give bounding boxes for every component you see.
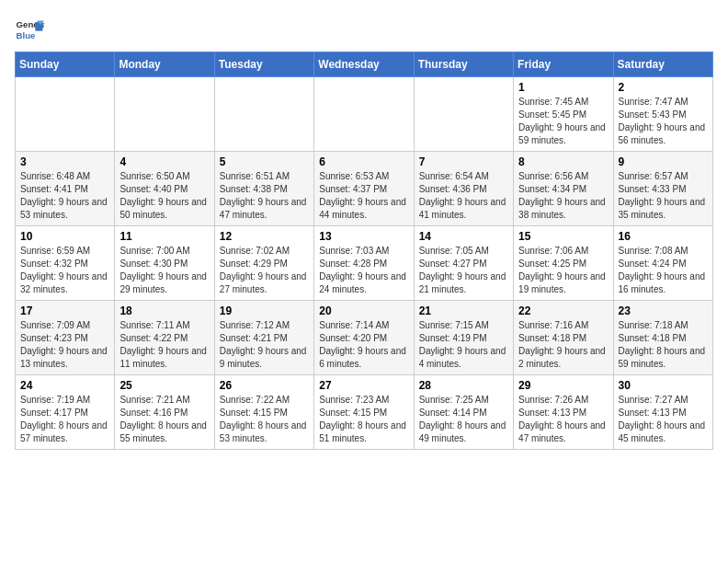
calendar-cell: 18Sunrise: 7:11 AMSunset: 4:22 PMDayligh… bbox=[115, 301, 214, 375]
day-info: Sunrise: 7:23 AMSunset: 4:15 PMDaylight:… bbox=[319, 394, 408, 445]
day-number: 2 bbox=[619, 81, 708, 94]
day-info: Sunrise: 7:22 AMSunset: 4:15 PMDaylight:… bbox=[220, 394, 309, 445]
day-number: 17 bbox=[20, 304, 109, 317]
day-info: Sunrise: 6:59 AMSunset: 4:32 PMDaylight:… bbox=[20, 245, 109, 296]
calendar-cell: 21Sunrise: 7:15 AMSunset: 4:19 PMDayligh… bbox=[414, 301, 513, 375]
calendar-cell: 24Sunrise: 7:19 AMSunset: 4:17 PMDayligh… bbox=[16, 375, 115, 450]
calendar-cell bbox=[214, 77, 313, 152]
weekday-header-row: SundayMondayTuesdayWednesdayThursdayFrid… bbox=[16, 52, 713, 77]
week-row-3: 17Sunrise: 7:09 AMSunset: 4:23 PMDayligh… bbox=[16, 301, 713, 375]
day-info: Sunrise: 7:14 AMSunset: 4:20 PMDaylight:… bbox=[319, 319, 408, 371]
day-info: Sunrise: 6:57 AMSunset: 4:33 PMDaylight:… bbox=[619, 170, 708, 222]
calendar-cell: 15Sunrise: 7:06 AMSunset: 4:25 PMDayligh… bbox=[514, 226, 613, 301]
day-info: Sunrise: 7:47 AMSunset: 5:43 PMDaylight:… bbox=[619, 96, 708, 147]
calendar-cell: 27Sunrise: 7:23 AMSunset: 4:15 PMDayligh… bbox=[314, 375, 414, 450]
calendar-cell: 12Sunrise: 7:02 AMSunset: 4:29 PMDayligh… bbox=[214, 226, 313, 301]
calendar-cell: 20Sunrise: 7:14 AMSunset: 4:20 PMDayligh… bbox=[314, 301, 414, 375]
calendar-cell: 5Sunrise: 6:51 AMSunset: 4:38 PMDaylight… bbox=[214, 152, 313, 226]
day-info: Sunrise: 7:09 AMSunset: 4:23 PMDaylight:… bbox=[20, 319, 109, 371]
calendar-cell: 26Sunrise: 7:22 AMSunset: 4:15 PMDayligh… bbox=[214, 375, 313, 450]
day-info: Sunrise: 6:50 AMSunset: 4:40 PMDaylight:… bbox=[119, 170, 209, 222]
calendar-cell: 4Sunrise: 6:50 AMSunset: 4:40 PMDaylight… bbox=[115, 152, 214, 226]
calendar-cell: 10Sunrise: 6:59 AMSunset: 4:32 PMDayligh… bbox=[16, 226, 115, 301]
day-number: 20 bbox=[319, 304, 408, 317]
calendar-table: SundayMondayTuesdayWednesdayThursdayFrid… bbox=[15, 52, 713, 450]
weekday-header-sunday: Sunday bbox=[16, 52, 115, 77]
calendar-cell: 22Sunrise: 7:16 AMSunset: 4:18 PMDayligh… bbox=[514, 301, 613, 375]
week-row-1: 3Sunrise: 6:48 AMSunset: 4:41 PMDaylight… bbox=[16, 152, 713, 226]
day-number: 11 bbox=[119, 230, 209, 243]
weekday-header-friday: Friday bbox=[514, 52, 613, 77]
day-info: Sunrise: 7:26 AMSunset: 4:13 PMDaylight:… bbox=[518, 394, 608, 445]
day-info: Sunrise: 6:53 AMSunset: 4:37 PMDaylight:… bbox=[319, 170, 408, 222]
day-number: 6 bbox=[319, 155, 408, 168]
weekday-header-wednesday: Wednesday bbox=[314, 52, 414, 77]
day-number: 29 bbox=[518, 379, 608, 392]
day-number: 8 bbox=[518, 155, 608, 168]
day-info: Sunrise: 6:56 AMSunset: 4:34 PMDaylight:… bbox=[518, 170, 608, 222]
day-info: Sunrise: 7:45 AMSunset: 5:45 PMDaylight:… bbox=[518, 96, 608, 147]
day-number: 24 bbox=[20, 379, 109, 392]
day-number: 15 bbox=[518, 230, 608, 243]
weekday-header-thursday: Thursday bbox=[414, 52, 513, 77]
calendar-cell: 19Sunrise: 7:12 AMSunset: 4:21 PMDayligh… bbox=[214, 301, 313, 375]
day-info: Sunrise: 6:48 AMSunset: 4:41 PMDaylight:… bbox=[20, 170, 109, 222]
day-info: Sunrise: 7:05 AMSunset: 4:27 PMDaylight:… bbox=[419, 245, 508, 296]
day-number: 13 bbox=[319, 230, 408, 243]
day-info: Sunrise: 7:08 AMSunset: 4:24 PMDaylight:… bbox=[619, 245, 708, 296]
calendar-cell: 28Sunrise: 7:25 AMSunset: 4:14 PMDayligh… bbox=[414, 375, 513, 450]
day-info: Sunrise: 6:54 AMSunset: 4:36 PMDaylight:… bbox=[419, 170, 508, 222]
calendar-cell: 17Sunrise: 7:09 AMSunset: 4:23 PMDayligh… bbox=[16, 301, 115, 375]
week-row-2: 10Sunrise: 6:59 AMSunset: 4:32 PMDayligh… bbox=[16, 226, 713, 301]
weekday-header-tuesday: Tuesday bbox=[214, 52, 313, 77]
calendar-cell: 13Sunrise: 7:03 AMSunset: 4:28 PMDayligh… bbox=[314, 226, 414, 301]
weekday-header-monday: Monday bbox=[115, 52, 214, 77]
day-info: Sunrise: 7:25 AMSunset: 4:14 PMDaylight:… bbox=[419, 394, 508, 445]
calendar-cell bbox=[115, 77, 214, 152]
day-number: 4 bbox=[119, 155, 209, 168]
calendar-cell: 9Sunrise: 6:57 AMSunset: 4:33 PMDaylight… bbox=[613, 152, 712, 226]
day-number: 30 bbox=[619, 379, 708, 392]
day-number: 1 bbox=[518, 81, 608, 94]
day-number: 27 bbox=[319, 379, 408, 392]
day-number: 21 bbox=[419, 304, 508, 317]
day-number: 14 bbox=[419, 230, 508, 243]
day-info: Sunrise: 7:00 AMSunset: 4:30 PMDaylight:… bbox=[119, 245, 209, 296]
calendar-cell: 23Sunrise: 7:18 AMSunset: 4:18 PMDayligh… bbox=[613, 301, 712, 375]
week-row-0: 1Sunrise: 7:45 AMSunset: 5:45 PMDaylight… bbox=[16, 77, 713, 152]
day-number: 22 bbox=[518, 304, 608, 317]
calendar-cell: 29Sunrise: 7:26 AMSunset: 4:13 PMDayligh… bbox=[514, 375, 613, 450]
calendar-cell: 11Sunrise: 7:00 AMSunset: 4:30 PMDayligh… bbox=[115, 226, 214, 301]
day-info: Sunrise: 7:15 AMSunset: 4:19 PMDaylight:… bbox=[419, 319, 508, 371]
day-info: Sunrise: 7:27 AMSunset: 4:13 PMDaylight:… bbox=[619, 394, 708, 445]
day-info: Sunrise: 7:21 AMSunset: 4:16 PMDaylight:… bbox=[119, 394, 209, 445]
svg-text:Blue: Blue bbox=[17, 30, 36, 40]
day-info: Sunrise: 7:12 AMSunset: 4:21 PMDaylight:… bbox=[220, 319, 309, 371]
day-info: Sunrise: 7:18 AMSunset: 4:18 PMDaylight:… bbox=[619, 319, 708, 371]
logo: General Blue bbox=[15, 15, 46, 44]
calendar-cell: 8Sunrise: 6:56 AMSunset: 4:34 PMDaylight… bbox=[514, 152, 613, 226]
calendar-cell: 16Sunrise: 7:08 AMSunset: 4:24 PMDayligh… bbox=[613, 226, 712, 301]
day-number: 26 bbox=[220, 379, 309, 392]
day-info: Sunrise: 6:51 AMSunset: 4:38 PMDaylight:… bbox=[220, 170, 309, 222]
day-number: 18 bbox=[119, 304, 209, 317]
day-number: 12 bbox=[220, 230, 309, 243]
calendar-cell: 25Sunrise: 7:21 AMSunset: 4:16 PMDayligh… bbox=[115, 375, 214, 450]
day-number: 5 bbox=[220, 155, 309, 168]
calendar-cell: 7Sunrise: 6:54 AMSunset: 4:36 PMDaylight… bbox=[414, 152, 513, 226]
day-number: 23 bbox=[619, 304, 708, 317]
day-number: 25 bbox=[119, 379, 209, 392]
calendar-cell: 2Sunrise: 7:47 AMSunset: 5:43 PMDaylight… bbox=[613, 77, 712, 152]
day-number: 10 bbox=[20, 230, 109, 243]
calendar-cell: 14Sunrise: 7:05 AMSunset: 4:27 PMDayligh… bbox=[414, 226, 513, 301]
weekday-header-saturday: Saturday bbox=[613, 52, 712, 77]
day-number: 9 bbox=[619, 155, 708, 168]
calendar-cell bbox=[16, 77, 115, 152]
header: General Blue bbox=[15, 15, 713, 44]
day-number: 16 bbox=[619, 230, 708, 243]
week-row-4: 24Sunrise: 7:19 AMSunset: 4:17 PMDayligh… bbox=[16, 375, 713, 450]
day-info: Sunrise: 7:19 AMSunset: 4:17 PMDaylight:… bbox=[20, 394, 109, 445]
calendar-cell: 30Sunrise: 7:27 AMSunset: 4:13 PMDayligh… bbox=[613, 375, 712, 450]
day-info: Sunrise: 7:16 AMSunset: 4:18 PMDaylight:… bbox=[518, 319, 608, 371]
calendar-cell: 1Sunrise: 7:45 AMSunset: 5:45 PMDaylight… bbox=[514, 77, 613, 152]
